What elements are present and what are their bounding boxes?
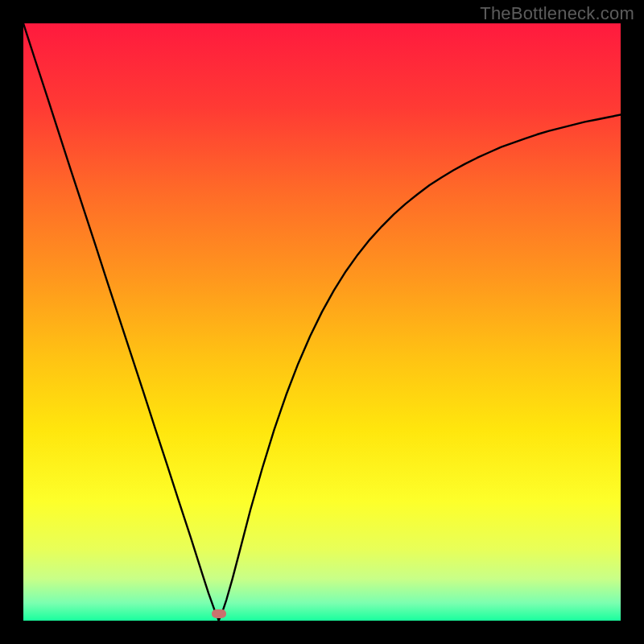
chart-frame: TheBottleneck.com [0, 0, 644, 644]
bottleneck-curve [23, 23, 621, 621]
optimum-marker [212, 609, 226, 618]
watermark-text: TheBottleneck.com [480, 3, 634, 24]
